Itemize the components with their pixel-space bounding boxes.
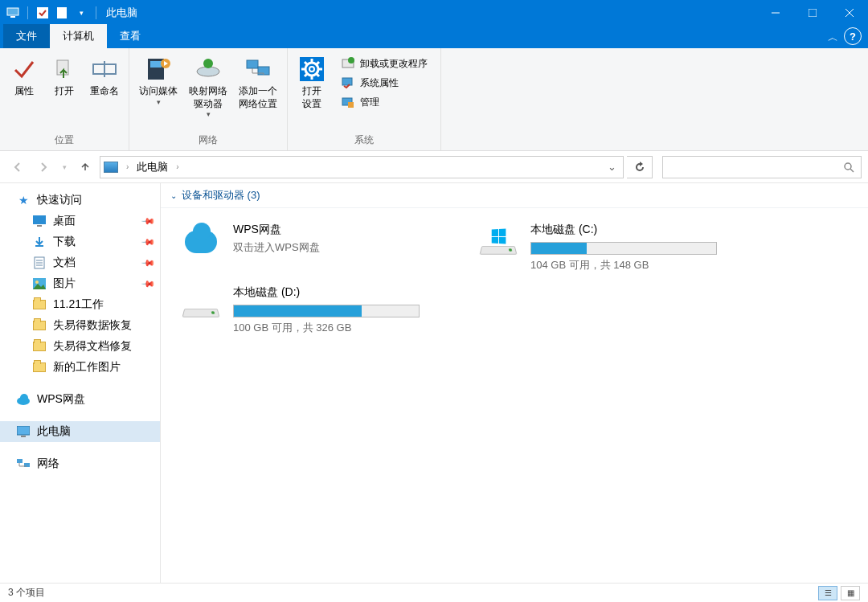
uninstall-icon (341, 56, 355, 71)
nav-forward-button[interactable] (32, 156, 55, 178)
sidebar-label: 11.21工作 (53, 297, 104, 312)
ribbon-map-drive-button[interactable]: 映射网络 驱动器 ▾ (184, 51, 232, 132)
drive-item-d[interactable]: 本地磁盘 (D:) 100 GB 可用，共 326 GB (169, 279, 466, 342)
drive-name: 本地磁盘 (D:) (233, 285, 457, 303)
breadcrumb-root[interactable]: 此电脑 (137, 160, 168, 174)
ribbon-tabs: 文件 计算机 查看 ︿ ? (0, 26, 868, 48)
drive-usage-bar (233, 305, 420, 317)
ribbon-rename-button[interactable]: 重命名 (85, 51, 124, 132)
sidebar-downloads[interactable]: 下载 📌 (0, 231, 160, 252)
ribbon-group-location: 属性 打开 重命名 位置 (0, 48, 129, 150)
address-dropdown-icon[interactable]: ⌄ (604, 161, 620, 173)
ribbon-add-netloc-label: 添加一个 网络位置 (239, 85, 277, 110)
ribbon-collapse-button[interactable]: ︿ (821, 31, 844, 48)
qat-pc-icon[interactable] (5, 5, 21, 21)
svg-point-47 (35, 281, 39, 284)
tab-file[interactable]: 文件 (3, 24, 50, 48)
sidebar-folder-2[interactable]: 失易得数据恢复 (0, 315, 160, 336)
sidebar-folder-4[interactable]: 新的工作图片 (0, 357, 160, 378)
sidebar-folder-3[interactable]: 失易得文档修复 (0, 336, 160, 357)
chevron-down-icon: ⌄ (170, 191, 177, 200)
svg-rect-36 (348, 102, 354, 108)
hdd-icon (178, 285, 223, 324)
search-icon[interactable] (843, 162, 854, 173)
pin-icon: 📌 (140, 213, 155, 228)
minimize-button[interactable] (757, 0, 794, 26)
sidebar-label: 网络 (37, 457, 59, 471)
view-details-button[interactable]: ☰ (818, 586, 837, 600)
pc-icon (104, 162, 118, 173)
drive-item-wps[interactable]: WPS网盘 双击进入WPS网盘 (169, 216, 466, 279)
drive-usage-bar (530, 242, 717, 255)
tab-computer[interactable]: 计算机 (50, 24, 107, 48)
rename-icon (90, 55, 119, 84)
ribbon-uninstall-label: 卸载或更改程序 (360, 57, 428, 71)
chevron-right-icon[interactable]: › (173, 162, 182, 171)
help-button[interactable]: ? (844, 27, 862, 45)
sidebar-network[interactable]: 网络 (0, 453, 160, 474)
ribbon-sysprops-button[interactable]: 系统属性 (338, 74, 431, 92)
drive-item-c[interactable]: 本地磁盘 (C:) 104 GB 可用，共 148 GB (466, 216, 764, 279)
sidebar-wps[interactable]: WPS网盘 (0, 389, 160, 410)
chevron-right-icon[interactable]: › (123, 162, 132, 171)
title-bar: ▾ 此电脑 (0, 0, 868, 26)
svg-rect-34 (342, 78, 352, 85)
qat-checkbox-icon[interactable] (35, 5, 51, 21)
sidebar-desktop[interactable]: 桌面 📌 (0, 211, 160, 231)
category-header[interactable]: ⌄ 设备和驱动器 (3) (161, 183, 868, 208)
refresh-button[interactable] (627, 156, 653, 178)
ribbon-access-media-label: 访问媒体 (139, 85, 178, 98)
sidebar-label: 图片 (53, 276, 76, 291)
ribbon-access-media-button[interactable]: 访问媒体 ▾ (134, 51, 182, 132)
ribbon-open-label: 打开 (55, 85, 74, 98)
svg-rect-39 (33, 215, 46, 224)
ribbon-open-settings-label: 打开 设置 (302, 85, 321, 110)
nav-up-button[interactable] (74, 156, 96, 178)
sidebar-quick-access[interactable]: ★ 快速访问 (0, 190, 160, 211)
nav-recent-dropdown[interactable]: ▾ (58, 156, 71, 178)
qat-doc-icon[interactable] (54, 5, 70, 21)
sidebar-label: 文档 (53, 256, 76, 270)
close-button[interactable] (831, 0, 868, 26)
hdd-icon (476, 223, 521, 261)
cloud-drive-icon (178, 223, 223, 261)
folder-icon (32, 339, 47, 354)
sidebar-pictures[interactable]: 图片 📌 (0, 273, 160, 294)
maximize-button[interactable] (794, 0, 831, 26)
svg-rect-12 (150, 61, 162, 68)
nav-back-button[interactable] (6, 156, 29, 178)
checkmark-icon (10, 55, 39, 84)
drive-name: WPS网盘 (233, 223, 457, 240)
manage-icon (341, 95, 355, 109)
folder-icon (32, 360, 47, 375)
view-tiles-button[interactable]: ▦ (841, 586, 860, 600)
ribbon-sysprops-label: 系统属性 (360, 76, 399, 90)
sidebar-folder-1[interactable]: 11.21工作 (0, 294, 160, 315)
ribbon-uninstall-button[interactable]: 卸载或更改程序 (338, 55, 431, 72)
sidebar-this-pc[interactable]: 此电脑 (0, 421, 160, 442)
ribbon-add-netloc-button[interactable]: 添加一个 网络位置 (234, 51, 282, 132)
qat-dropdown-icon[interactable]: ▾ (73, 5, 89, 21)
main-split: ★ 快速访问 桌面 📌 下载 📌 文档 📌 图片 📌 11.21工作 (0, 183, 868, 583)
ribbon-open-button[interactable]: 打开 (45, 51, 84, 132)
svg-point-37 (845, 163, 851, 170)
sidebar-label: 失易得数据恢复 (53, 318, 132, 333)
ribbon-properties-label: 属性 (14, 85, 34, 98)
ribbon-properties-button[interactable]: 属性 (5, 51, 43, 132)
drive-usage-fill (531, 243, 587, 254)
sidebar-documents[interactable]: 文档 📌 (0, 252, 160, 273)
search-box[interactable] (662, 156, 862, 178)
ribbon-manage-button[interactable]: 管理 (338, 93, 431, 111)
ribbon: 属性 打开 重命名 位置 访问媒体 ▾ 映射网络 驱动器 ▾ (0, 48, 868, 151)
address-bar[interactable]: › 此电脑 › ⌄ (100, 156, 624, 178)
map-drive-icon (194, 55, 223, 84)
svg-line-38 (850, 169, 854, 172)
tab-view[interactable]: 查看 (107, 24, 154, 48)
ribbon-open-settings-button[interactable]: 打开 设置 (293, 51, 331, 132)
ribbon-map-drive-label: 映射网络 驱动器 (189, 85, 227, 110)
search-input[interactable] (669, 161, 843, 173)
sidebar-label: 新的工作图片 (53, 360, 121, 375)
pin-icon: 📌 (140, 234, 155, 249)
pin-icon: 📌 (140, 255, 155, 270)
svg-line-28 (305, 62, 307, 64)
